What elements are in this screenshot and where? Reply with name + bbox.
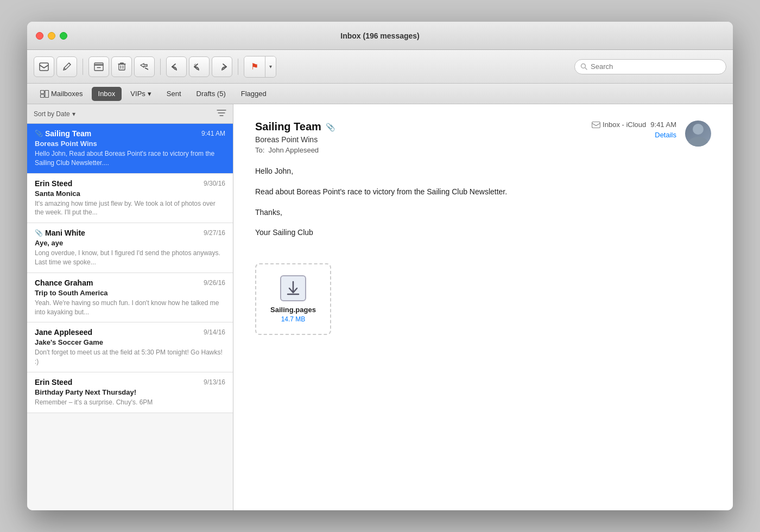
svg-rect-5 (41, 90, 45, 93)
message-item[interactable]: 📎 Mani White 9/27/16 Aye, aye Long overd… (27, 223, 233, 273)
msg-sender: Erin Steed (35, 378, 72, 387)
flag-button[interactable]: ⚑ (244, 56, 265, 77)
flag-group: ⚑ ▾ (244, 56, 276, 78)
compose-icon (39, 62, 49, 71)
attachment-box[interactable]: Sailing.pages 14.7 MB (255, 263, 331, 335)
download-arrow-icon (286, 280, 301, 297)
archive-icon (94, 62, 104, 71)
mail-window: Inbox (196 messages) (27, 22, 733, 510)
svg-rect-7 (45, 90, 49, 97)
msg-preview: It's amazing how time just flew by. We t… (35, 199, 225, 218)
email-body-content: Read about Boreas Point's race to victor… (255, 186, 711, 199)
msg-preview: Remember – it's a surprise. Chuy's. 6PM (35, 398, 225, 407)
archive-button[interactable] (88, 56, 109, 77)
reply-icon (172, 62, 181, 71)
reply-all-button[interactable] (189, 56, 210, 77)
inbox-label: Inbox (98, 90, 116, 98)
message-item[interactable]: 📎 Sailing Team 9:41 AM Boreas Point Wins… (27, 124, 233, 174)
email-meta: Inbox - iCloud 9:41 AM Details (568, 121, 676, 139)
person-silhouette (687, 121, 709, 147)
msg-date: 9/13/16 (204, 378, 225, 386)
search-icon (580, 63, 587, 70)
reply-later-button[interactable] (134, 56, 155, 77)
sort-arrow: ▾ (72, 110, 75, 118)
drafts-nav-item[interactable]: Drafts (5) (190, 87, 232, 101)
email-time: 9:41 AM (650, 121, 676, 129)
msg-header: Erin Steed 9/30/16 (35, 179, 225, 188)
trash-icon (118, 62, 126, 71)
email-header-left: Sailing Team 📎 Boreas Point Wins To: Joh… (255, 121, 559, 154)
filter-icon[interactable] (217, 109, 226, 118)
mailbox-icon (592, 122, 600, 128)
sort-label: Sort by Date (34, 110, 70, 118)
mailboxes-nav-item[interactable]: Mailboxes (34, 87, 90, 101)
close-button[interactable] (36, 32, 43, 40)
toolbar: ⚑ ▾ (27, 50, 733, 84)
email-body-thanks: Thanks, (255, 206, 711, 219)
email-mailbox-name: Inbox - iCloud (603, 121, 646, 129)
toolbar-separator-1 (83, 59, 83, 75)
vips-nav-item[interactable]: VIPs ▾ (124, 87, 157, 101)
msg-subject: Birthday Party Next Thursday! (35, 388, 225, 396)
sort-bar: Sort by Date ▾ (27, 104, 233, 124)
msg-preview: Hello John, Read about Boreas Point's ra… (35, 149, 225, 168)
window-title: Inbox (196 messages) (340, 31, 420, 40)
msg-subject: Trip to South America (35, 289, 225, 297)
msg-header: Erin Steed 9/13/16 (35, 378, 225, 387)
attachment-name: Sailing.pages (267, 306, 319, 314)
drafts-label: Drafts (5) (197, 90, 226, 98)
traffic-lights (36, 32, 67, 40)
msg-date: 9/27/16 (204, 229, 225, 237)
message-item[interactable]: Jane Appleseed 9/14/16 Jake's Soccer Gam… (27, 322, 233, 372)
flag-dropdown-button[interactable]: ▾ (265, 56, 276, 77)
minimize-button[interactable] (48, 32, 55, 40)
email-meta-bottom-row: Details (655, 131, 676, 139)
avatar-image (685, 121, 711, 147)
msg-subject: Jake's Soccer Game (35, 338, 225, 346)
msg-date: 9:41 AM (201, 130, 225, 137)
email-detail: Sailing Team 📎 Boreas Point Wins To: Joh… (233, 104, 733, 510)
vips-dropdown-arrow: ▾ (148, 90, 151, 98)
message-item[interactable]: Chance Graham 9/26/16 Trip to South Amer… (27, 273, 233, 323)
msg-sender: 📎 Mani White (35, 229, 85, 237)
msg-sender: Jane Appleseed (35, 328, 92, 337)
title-bar: Inbox (196 messages) (27, 22, 733, 50)
svg-point-4 (581, 64, 586, 68)
msg-sender: Chance Graham (35, 278, 93, 287)
toolbar-separator-2 (160, 59, 161, 75)
trash-button[interactable] (111, 56, 132, 77)
maximize-button[interactable] (60, 32, 67, 40)
msg-preview: Long overdue, I know, but I figured I'd … (35, 249, 225, 267)
nav-bar: Mailboxes Inbox VIPs ▾ Sent Drafts (5) F… (27, 84, 733, 104)
sent-label: Sent (167, 90, 181, 98)
avatar (685, 121, 711, 147)
forward-icon (217, 62, 227, 71)
attachment-icon: 📎 (35, 229, 43, 237)
flagged-nav-item[interactable]: Flagged (235, 87, 273, 101)
msg-header: 📎 Sailing Team 9:41 AM (35, 129, 225, 138)
email-from-name: Sailing Team (255, 121, 321, 133)
msg-preview: Don't forget to meet us at the field at … (35, 348, 225, 366)
message-item[interactable]: Erin Steed 9/30/16 Santa Monica It's ama… (27, 174, 233, 224)
attachment-size: 14.7 MB (267, 315, 319, 323)
email-from: Sailing Team 📎 (255, 121, 559, 133)
message-item[interactable]: Erin Steed 9/13/16 Birthday Party Next T… (27, 372, 233, 413)
email-attachment-indicator: 📎 (326, 123, 335, 131)
inbox-nav-item[interactable]: Inbox (92, 87, 122, 101)
search-input[interactable] (591, 62, 720, 71)
sort-button[interactable]: Sort by Date ▾ (34, 110, 75, 118)
svg-rect-8 (592, 122, 600, 128)
main-content: Sort by Date ▾ 📎 Sailing Team 9:41 AM (27, 104, 733, 510)
msg-sender: Erin Steed (35, 179, 72, 188)
details-link[interactable]: Details (655, 131, 676, 139)
svg-rect-0 (40, 63, 48, 71)
forward-button[interactable] (212, 56, 232, 77)
search-box[interactable] (574, 59, 726, 74)
compose-button[interactable] (56, 56, 77, 77)
toolbar-separator-3 (238, 59, 238, 75)
reply-button[interactable] (166, 56, 187, 77)
pencil-icon (62, 62, 71, 71)
filter-lines-icon (217, 109, 226, 117)
sent-nav-item[interactable]: Sent (160, 87, 188, 101)
new-message-button[interactable] (34, 56, 54, 77)
